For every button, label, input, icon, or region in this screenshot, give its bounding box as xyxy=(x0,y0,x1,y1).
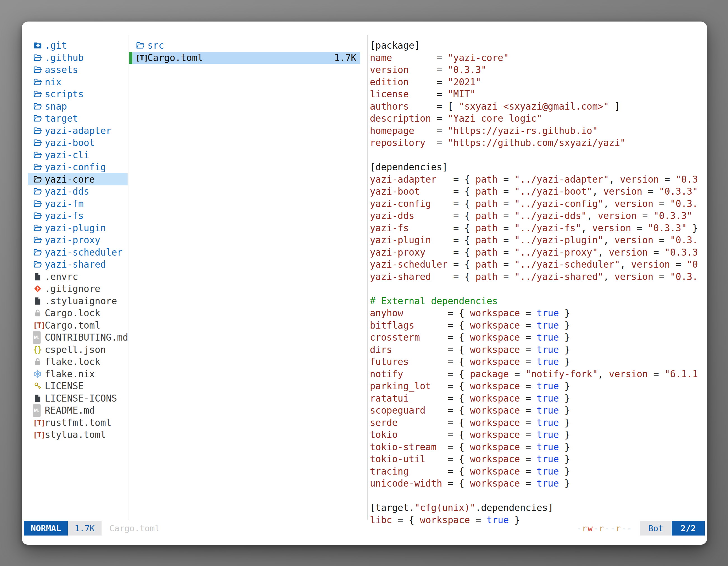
file-row-yazi-plugin[interactable]: yazi-plugin xyxy=(28,222,128,234)
file-row-src[interactable]: src xyxy=(129,39,360,52)
scroll-position-badge: Bot xyxy=(640,521,672,536)
preview-code-line: [target."cfg(unix)".dependencies] xyxy=(370,502,704,514)
preview-code-line: license = "MIT" xyxy=(370,88,704,100)
file-row-snap[interactable]: snap xyxy=(28,100,128,113)
preview-code-line: yazi-proxy = { path = "../yazi-proxy", v… xyxy=(370,247,704,259)
file-row-cargo-toml[interactable]: [T]Cargo.toml xyxy=(28,319,128,332)
preview-code-line: yazi-boot = { path = "../yazi-boot", ver… xyxy=(370,186,704,198)
preview-code-line: anyhow = { workspace = true } xyxy=(370,307,704,319)
folder-icon xyxy=(33,126,45,135)
toml-icon: [T] xyxy=(33,417,45,429)
file-row-scripts[interactable]: scripts xyxy=(28,88,128,100)
folder-icon xyxy=(33,211,45,220)
preview-code-line: yazi-adapter = { path = "../yazi-adapter… xyxy=(370,173,704,186)
git-icon xyxy=(33,284,45,293)
file-label: yazi-dds xyxy=(45,186,89,198)
folder-icon xyxy=(33,224,45,233)
lock-icon xyxy=(33,357,45,366)
file-label: stylua.toml xyxy=(45,429,106,441)
toml-icon: [T] xyxy=(136,52,147,64)
file-row-github[interactable]: .github xyxy=(28,52,128,64)
file-row-yazi-scheduler[interactable]: yazi-scheduler xyxy=(28,247,128,259)
preview-code-line xyxy=(370,283,704,295)
file-label: cspell.json xyxy=(45,344,106,356)
file-label: yazi-config xyxy=(45,161,106,173)
preview-code-line: crossterm = { workspace = true } xyxy=(370,331,704,344)
current-directory-pane[interactable]: src[T]Cargo.toml1.7K xyxy=(129,39,367,64)
file-row-assets[interactable]: assets xyxy=(28,64,128,76)
file-row-cargo-toml[interactable]: [T]Cargo.toml1.7K xyxy=(129,52,360,64)
preview-code-line: repository = "https://github.com/sxyazi/… xyxy=(370,137,704,149)
preview-code-line: yazi-fs = { path = "../yazi-fs", version… xyxy=(370,222,704,234)
folder-icon xyxy=(33,65,45,74)
file-label: target xyxy=(45,112,78,125)
file-row-yazi-boot[interactable]: yazi-boot xyxy=(28,137,128,149)
file-row-envrc[interactable]: .envrc xyxy=(28,271,128,283)
file-row-flake-nix[interactable]: flake.nix xyxy=(28,368,128,380)
file-label: snap xyxy=(45,100,67,113)
file-label: .gitignore xyxy=(45,283,100,295)
file-row-flake-lock[interactable]: flake.lock xyxy=(28,356,128,368)
folder-icon xyxy=(33,114,45,123)
file-row-yazi-proxy[interactable]: yazi-proxy xyxy=(28,234,128,247)
file-label: LICENSE xyxy=(45,380,84,392)
folder-icon xyxy=(33,163,45,172)
pane-divider-left xyxy=(128,35,128,520)
file-row-yazi-config[interactable]: yazi-config xyxy=(28,161,128,173)
file-row-nix[interactable]: nix xyxy=(28,76,128,88)
git-folder-icon xyxy=(33,41,45,50)
file-label: assets xyxy=(45,64,78,76)
file-row-yazi-core[interactable]: yazi-core xyxy=(28,173,128,186)
file-icon xyxy=(33,394,45,403)
file-row-yazi-cli[interactable]: yazi-cli xyxy=(28,149,128,161)
file-icon xyxy=(33,296,45,305)
file-row-license[interactable]: LICENSE xyxy=(28,380,128,392)
preview-code-line: bitflags = { workspace = true } xyxy=(370,319,704,332)
preview-code-line xyxy=(370,490,704,502)
file-row-cargo-lock[interactable]: Cargo.lock xyxy=(28,307,128,319)
preview-code-line: unicode-width = { workspace = true } xyxy=(370,477,704,490)
file-row-styluaignore[interactable]: .styluaignore xyxy=(28,295,128,307)
file-row-license-icons[interactable]: LICENSE-ICONS xyxy=(28,392,128,405)
file-permissions: -rw-r--r-- xyxy=(576,521,633,536)
file-label: flake.lock xyxy=(45,356,100,368)
folder-icon xyxy=(33,248,45,257)
preview-code-line: yazi-plugin = { path = "../yazi-plugin",… xyxy=(370,234,704,247)
file-label: yazi-shared xyxy=(45,259,106,271)
file-row-stylua-toml[interactable]: [T]stylua.toml xyxy=(28,429,128,441)
file-row-gitignore[interactable]: .gitignore xyxy=(28,283,128,295)
file-label: Cargo.lock xyxy=(45,307,100,319)
toml-icon: [T] xyxy=(33,319,45,332)
file-row-cspell-json[interactable]: {}cspell.json xyxy=(28,344,128,356)
file-label: rustfmt.toml xyxy=(45,417,111,429)
file-row-git[interactable]: .git xyxy=(28,39,128,52)
folder-icon xyxy=(33,138,45,147)
folder-icon xyxy=(33,175,45,184)
file-label: yazi-cli xyxy=(45,149,89,161)
mode-badge: NORMAL xyxy=(24,521,68,536)
file-label: LICENSE-ICONS xyxy=(45,392,117,405)
file-label: src xyxy=(147,39,164,52)
file-row-contributing-md[interactable]: M↓CONTRIBUTING.md xyxy=(28,331,128,344)
file-label: .styluaignore xyxy=(45,295,117,307)
file-label: .github xyxy=(45,52,84,64)
parent-directory-pane[interactable]: .git.githubassetsnixscriptssnaptargetyaz… xyxy=(28,39,128,441)
file-row-yazi-adapter[interactable]: yazi-adapter xyxy=(28,125,128,137)
file-row-rustfmt-toml[interactable]: [T]rustfmt.toml xyxy=(28,417,128,429)
yazi-window: .git.githubassetsnixscriptssnaptargetyaz… xyxy=(22,22,707,545)
file-row-yazi-fm[interactable]: yazi-fm xyxy=(28,198,128,210)
file-row-readme-md[interactable]: M↓README.md xyxy=(28,404,128,417)
folder-icon xyxy=(33,187,45,196)
preview-code-line: yazi-dds = { path = "../yazi-dds", versi… xyxy=(370,210,704,222)
file-row-yazi-dds[interactable]: yazi-dds xyxy=(28,186,128,198)
preview-code-line: edition = "2021" xyxy=(370,76,704,88)
file-row-yazi-fs[interactable]: yazi-fs xyxy=(28,210,128,222)
file-preview-pane[interactable]: [package]name = "yazi-core"version = "0.… xyxy=(370,39,704,526)
file-size: 1.7K xyxy=(334,52,360,64)
hover-marker xyxy=(129,52,132,64)
preview-code-line: homepage = "https://yazi-rs.github.io" xyxy=(370,125,704,137)
file-row-yazi-shared[interactable]: yazi-shared xyxy=(28,259,128,271)
file-label: nix xyxy=(45,76,62,88)
file-label: yazi-fs xyxy=(45,210,84,222)
file-row-target[interactable]: target xyxy=(28,112,128,125)
